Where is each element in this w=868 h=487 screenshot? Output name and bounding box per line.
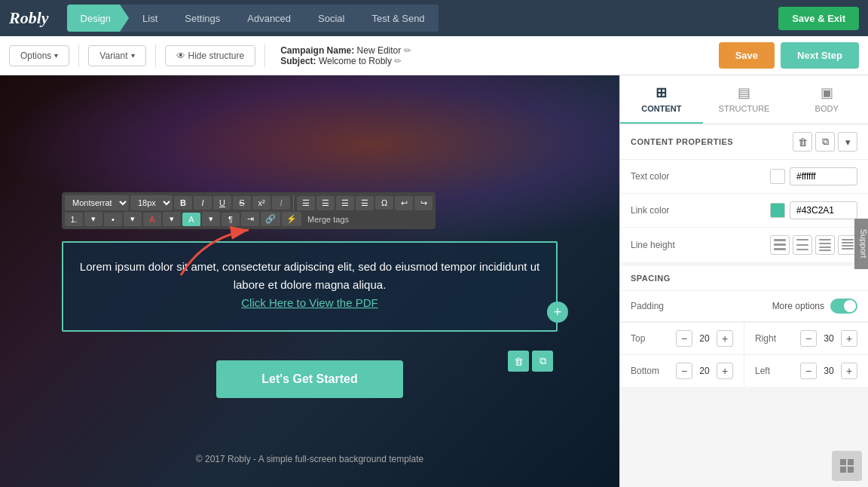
link-color-swatch[interactable] <box>770 203 785 218</box>
nav-tab-advanced[interactable]: Advanced <box>234 5 304 32</box>
font-color-arrow-button[interactable]: ▾ <box>163 212 181 226</box>
next-step-button[interactable]: Next Step <box>781 42 859 69</box>
subject-label: Subject: <box>280 56 316 66</box>
line-height-btn-3[interactable] <box>815 235 835 255</box>
content-grid-icon: ⊞ <box>656 84 667 101</box>
nav-tabs: Design List Settings Advanced Social Tes… <box>67 5 439 32</box>
save-button[interactable]: Save <box>719 42 775 69</box>
svg-rect-12 <box>842 242 854 244</box>
options-chevron-icon: ▾ <box>54 51 58 60</box>
paragraph-button[interactable]: ¶ <box>222 213 240 226</box>
padding-left-cell: Left − 30 + <box>744 355 868 387</box>
underline-button[interactable]: U <box>213 196 231 210</box>
superscript-button[interactable]: x² <box>252 196 270 210</box>
nav-tab-test-send[interactable]: Test & Send <box>359 5 439 32</box>
padding-left-decrease[interactable]: − <box>800 363 817 379</box>
italic-button[interactable]: I <box>194 196 212 210</box>
svg-rect-11 <box>842 239 854 240</box>
nav-tab-list[interactable]: List <box>129 5 171 32</box>
add-block-button[interactable]: + <box>547 302 568 323</box>
ordered-list-arrow-button[interactable]: ▾ <box>84 212 102 226</box>
strikethrough-button[interactable]: S <box>233 196 251 210</box>
svg-rect-14 <box>842 248 854 250</box>
padding-right-increase[interactable]: + <box>841 330 857 347</box>
pdf-link[interactable]: Click Here to View the PDF <box>241 296 377 309</box>
sub-navigation: Options ▾ Variant ▾ 👁 Hide structure Cam… <box>0 36 868 75</box>
help-icon <box>838 457 856 475</box>
body-tab-label: BODY <box>815 104 839 113</box>
support-tab[interactable]: Support <box>855 219 868 269</box>
padding-top-increase[interactable]: + <box>717 330 733 347</box>
panel-tab-structure[interactable]: ▤ STRUCTURE <box>703 75 786 124</box>
ordered-list-button[interactable]: 1. <box>65 213 83 226</box>
indent-button[interactable]: ⇥ <box>241 212 259 226</box>
edit-subject-icon[interactable]: ✏ <box>394 56 402 66</box>
variant-chevron-icon: ▾ <box>131 51 135 60</box>
delete-block-button[interactable]: 🗑 <box>508 351 529 372</box>
line-height-btn-2[interactable] <box>793 235 812 255</box>
padding-top-decrease[interactable]: − <box>676 330 692 347</box>
font-family-select[interactable]: Montserrat <box>65 195 129 210</box>
nav-tab-social[interactable]: Social <box>304 5 358 32</box>
edit-campaign-name-icon[interactable]: ✏ <box>404 45 411 56</box>
block-actions: 🗑 ⧉ <box>508 351 553 372</box>
padding-bottom-decrease[interactable]: − <box>676 363 692 379</box>
delete-properties-button[interactable]: 🗑 <box>793 132 812 152</box>
padding-bottom-increase[interactable]: + <box>717 363 733 379</box>
special-char-button[interactable]: Ω <box>375 196 393 210</box>
nav-tab-design[interactable]: Design <box>67 5 129 32</box>
merge-tags-button[interactable]: Merge tags <box>303 213 353 226</box>
link-color-input[interactable] <box>790 201 857 219</box>
svg-rect-16 <box>848 459 854 465</box>
text-color-input[interactable] <box>790 167 857 185</box>
align-left-button[interactable]: ☰ <box>297 196 315 210</box>
text-color-swatch[interactable] <box>770 169 785 184</box>
subject-value: Welcome to Robly <box>319 56 392 66</box>
eye-icon: 👁 <box>176 51 185 61</box>
font-size-select[interactable]: 18px <box>130 195 173 210</box>
padding-bottom-controls: − 20 + <box>676 363 733 379</box>
right-panel: ⊞ CONTENT ▤ STRUCTURE ▣ BODY CONTENT PRO… <box>619 75 868 487</box>
footer-text: © 2017 Robly - A simple full-screen back… <box>0 454 619 464</box>
panel-tab-body[interactable]: ▣ BODY <box>785 75 868 124</box>
line-height-label: Line height <box>631 240 770 250</box>
line-height-btn-1[interactable] <box>770 235 790 255</box>
svg-rect-13 <box>842 245 854 247</box>
undo-button[interactable]: ↩ <box>395 196 413 210</box>
variant-button[interactable]: Variant ▾ <box>88 45 145 66</box>
save-exit-button[interactable]: Save & Exit <box>778 7 859 30</box>
align-right-button[interactable]: ☰ <box>336 196 354 210</box>
options-button[interactable]: Options ▾ <box>9 45 69 66</box>
nav-tab-settings[interactable]: Settings <box>171 5 234 32</box>
content-properties-actions: 🗑 ⧉ ▾ <box>793 132 857 152</box>
align-center-button[interactable]: ☰ <box>316 196 335 210</box>
copy-block-button[interactable]: ⧉ <box>532 351 553 372</box>
link-text[interactable]: Click Here to View the PDF <box>78 294 541 312</box>
padding-top-value: 20 <box>695 333 714 344</box>
collapse-properties-button[interactable]: ▾ <box>838 132 857 152</box>
toolbar-row-1: Montserrat 18px B I U S x² I ☰ ☰ ☰ ☰ Ω ↩… <box>65 195 432 210</box>
redo-button[interactable]: ↪ <box>414 196 432 210</box>
link-button[interactable]: 🔗 <box>261 212 280 226</box>
svg-rect-17 <box>840 467 846 473</box>
italic2-button[interactable]: I <box>272 196 290 210</box>
highlight-button[interactable]: A <box>182 213 200 226</box>
bold-button[interactable]: B <box>174 196 192 210</box>
bottom-help-icon[interactable] <box>832 451 862 481</box>
special-button[interactable]: ⚡ <box>282 212 301 226</box>
editor-toolbar: Montserrat 18px B I U S x² I ☰ ☰ ☰ ☰ Ω ↩… <box>62 192 436 229</box>
padding-right-controls: − 30 + <box>800 330 857 347</box>
copy-properties-button[interactable]: ⧉ <box>815 132 835 152</box>
font-color-button[interactable]: A <box>143 213 161 226</box>
unordered-list-button[interactable]: • <box>104 213 122 226</box>
padding-left-increase[interactable]: + <box>841 363 857 379</box>
panel-tab-content[interactable]: ⊞ CONTENT <box>620 75 703 124</box>
cta-button[interactable]: Let's Get Started <box>216 360 402 398</box>
more-options-toggle[interactable] <box>830 299 857 314</box>
logo: Robly <box>9 8 49 28</box>
padding-right-decrease[interactable]: − <box>800 330 817 347</box>
highlight-arrow-button[interactable]: ▾ <box>202 212 220 226</box>
hide-structure-button[interactable]: 👁 Hide structure <box>165 45 256 66</box>
unordered-list-arrow-button[interactable]: ▾ <box>124 212 142 226</box>
align-justify-button[interactable]: ☰ <box>356 196 374 210</box>
